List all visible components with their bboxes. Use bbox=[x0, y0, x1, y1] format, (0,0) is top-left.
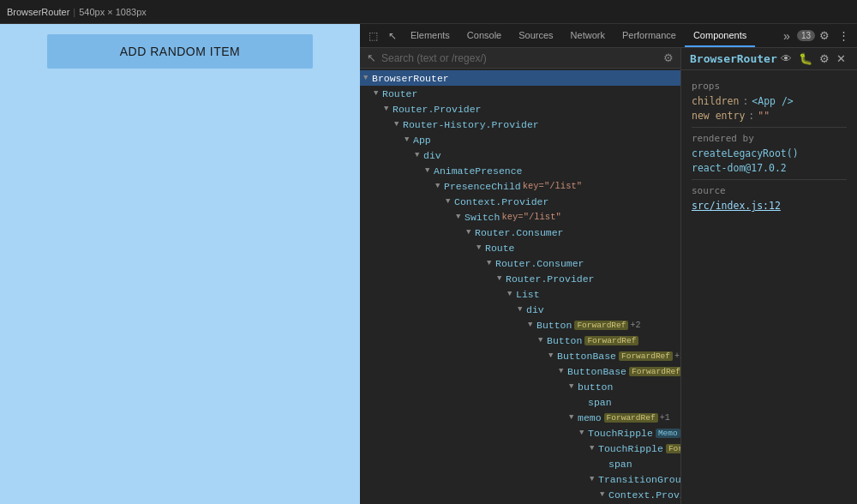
tree-node-animate-presence[interactable]: AnimatePresence bbox=[360, 163, 680, 178]
tree-node-span-2[interactable]: span bbox=[360, 456, 680, 471]
arrow-switch bbox=[456, 213, 464, 221]
tree-node-context-provider-1[interactable]: Context.Provider bbox=[360, 194, 680, 209]
devtools-content: ↖ ⚙ BrowserRouter Router bbox=[360, 48, 857, 504]
arrow-route bbox=[476, 243, 485, 252]
arrow-presence-child bbox=[435, 182, 444, 190]
tree-node-browser-router[interactable]: BrowserRouter bbox=[360, 70, 680, 86]
tree-node-app[interactable]: App bbox=[360, 132, 680, 147]
props-content: props children : <App /> new entry : "" … bbox=[681, 70, 857, 504]
tree-node-router-provider[interactable]: Router.Provider bbox=[360, 101, 680, 117]
source-label: source bbox=[692, 185, 847, 196]
arrow-buttonbase-1 bbox=[548, 351, 557, 360]
prop-key-new-entry: new entry bbox=[692, 110, 745, 122]
rendered-by-row-2: react-dom@17.0.2 bbox=[692, 162, 847, 174]
tree-node-span-1[interactable]: span bbox=[360, 394, 680, 410]
tree-node-memo[interactable]: memo ForwardRef +1 bbox=[360, 410, 680, 425]
tree-node-route[interactable]: Route bbox=[360, 240, 680, 255]
tab-sources[interactable]: Sources bbox=[510, 24, 561, 47]
arrow-div-2 bbox=[518, 305, 526, 314]
settings-icon[interactable]: ⚙ bbox=[815, 29, 834, 42]
tree-node-button-1[interactable]: Button ForwardRef +2 bbox=[360, 317, 680, 333]
tree-node-buttonbase-2[interactable]: ButtonBase ForwardRef bbox=[360, 363, 680, 379]
tree-node-context-provider-2[interactable]: Context.Provider bbox=[360, 487, 680, 502]
sidebar-close-icon[interactable]: ✕ bbox=[833, 52, 849, 65]
preview-pane: ADD RANDOM ITEM bbox=[0, 24, 360, 504]
arrow-router-provider-2 bbox=[497, 274, 506, 283]
arrow-div-1 bbox=[415, 151, 423, 159]
tab-performance[interactable]: Performance bbox=[614, 24, 685, 47]
arrow-app bbox=[405, 135, 413, 144]
arrow-list bbox=[507, 290, 516, 298]
arrow-memo bbox=[569, 413, 578, 422]
tab-components[interactable]: Components bbox=[685, 24, 755, 47]
tree-node-router-consumer-2[interactable]: Router.Consumer bbox=[360, 255, 680, 271]
sidebar-bug-icon[interactable]: 🐛 bbox=[795, 52, 816, 65]
rendered-by-label: rendered by bbox=[692, 133, 847, 144]
inspect-icon[interactable]: ⬚ bbox=[363, 30, 383, 42]
rendered-by-value-2: react-dom@17.0.2 bbox=[692, 162, 787, 174]
arrow-button-2 bbox=[538, 336, 547, 345]
arrow-router bbox=[374, 89, 382, 98]
more-options-icon[interactable]: ⋮ bbox=[834, 29, 854, 42]
prop-row-children: children : <App /> bbox=[692, 95, 847, 107]
tree-node-router[interactable]: Router bbox=[360, 86, 680, 101]
tree-node-presence-child[interactable]: PresenceChild key="/list" bbox=[360, 178, 680, 194]
prop-key-children: children bbox=[692, 95, 739, 107]
tree-node-touch-ripple-memo[interactable]: TouchRipple Memo bbox=[360, 425, 680, 441]
tree-node-buttonbase-1[interactable]: ButtonBase ForwardRef +2 bbox=[360, 348, 680, 363]
search-settings-icon[interactable]: ⚙ bbox=[663, 51, 674, 64]
arrow-context-provider-1 bbox=[446, 197, 454, 206]
navigate-back-icon[interactable]: ↖ bbox=[367, 51, 376, 64]
tree-node-list[interactable]: List bbox=[360, 286, 680, 302]
top-bar: BrowserRouter | 540px × 1083px bbox=[0, 0, 857, 24]
divider-1 bbox=[692, 127, 847, 128]
tree-node-router-history-provider[interactable]: Router-History.Provider bbox=[360, 117, 680, 132]
arrow-animate-presence bbox=[425, 166, 434, 175]
sidebar-eye-icon[interactable]: 👁 bbox=[777, 52, 795, 65]
arrow-button-1 bbox=[528, 321, 536, 329]
devtools-panel: ⬚ ↖ Elements Console Sources Network Per… bbox=[360, 24, 857, 504]
tab-elements[interactable]: Elements bbox=[402, 24, 458, 47]
main-area: ADD RANDOM ITEM ⬚ ↖ Elements Console Sou… bbox=[0, 24, 857, 504]
tree-node-div-2[interactable]: div bbox=[360, 302, 680, 317]
arrow-buttonbase-2 bbox=[559, 367, 567, 375]
tree-node-transition-group-1[interactable]: TransitionGroup bbox=[360, 471, 680, 487]
source-link[interactable]: src/index.js:12 bbox=[692, 200, 847, 212]
sidebar-component-name: BrowserRouter bbox=[690, 52, 777, 65]
top-bar-app-title: BrowserRouter bbox=[7, 7, 69, 17]
tab-console[interactable]: Console bbox=[458, 24, 510, 47]
tab-network[interactable]: Network bbox=[562, 24, 614, 47]
tree-node-button-2[interactable]: Button ForwardRef bbox=[360, 333, 680, 348]
prop-value-new-entry: "" bbox=[758, 110, 770, 122]
sidebar-toolbar: BrowserRouter 👁 🐛 ⚙ ✕ bbox=[681, 48, 857, 70]
rendered-by-row-1: createLegacyRoot() bbox=[692, 147, 847, 159]
divider-2 bbox=[692, 179, 847, 180]
search-bar: ↖ ⚙ bbox=[360, 48, 680, 69]
top-bar-dimensions: 540px × 1083px bbox=[79, 7, 147, 17]
prop-value-children: <App /> bbox=[752, 95, 793, 107]
arrow-router-consumer-2 bbox=[487, 259, 495, 267]
rendered-by-value-1[interactable]: createLegacyRoot() bbox=[692, 147, 799, 159]
arrow-touch-ripple-memo bbox=[579, 429, 588, 437]
tree-node-touch-ripple-fwd[interactable]: TouchRipple ForwardRef bbox=[360, 441, 680, 456]
component-tree-list[interactable]: BrowserRouter Router Router.Provider Rou… bbox=[360, 69, 680, 504]
tree-node-router-consumer-1[interactable]: Router.Consumer bbox=[360, 225, 680, 240]
tree-node-router-provider-2[interactable]: Router.Provider bbox=[360, 271, 680, 286]
top-bar-separator: | bbox=[73, 7, 75, 17]
props-section-label: props bbox=[692, 81, 847, 92]
add-random-button[interactable]: ADD RANDOM ITEM bbox=[47, 34, 313, 69]
tree-node-button-native[interactable]: button bbox=[360, 379, 680, 394]
tree-node-switch[interactable]: Switch key="/list" bbox=[360, 209, 680, 225]
more-tabs-icon[interactable]: » bbox=[780, 29, 794, 43]
cursor-icon[interactable]: ↖ bbox=[383, 30, 402, 42]
error-badge: 13 bbox=[797, 30, 815, 41]
arrow-browser-router bbox=[363, 74, 372, 82]
arrow-touch-ripple-fwd bbox=[590, 444, 598, 453]
component-tree-panel: ↖ ⚙ BrowserRouter Router bbox=[360, 48, 681, 504]
props-sidebar: BrowserRouter 👁 🐛 ⚙ ✕ props children : <… bbox=[681, 48, 857, 504]
search-input[interactable] bbox=[381, 52, 658, 64]
tree-node-div-1[interactable]: div bbox=[360, 147, 680, 163]
sidebar-settings-icon[interactable]: ⚙ bbox=[816, 52, 833, 65]
arrow-router-history-provider bbox=[394, 120, 403, 129]
devtools-tabs-bar: ⬚ ↖ Elements Console Sources Network Per… bbox=[360, 24, 857, 48]
